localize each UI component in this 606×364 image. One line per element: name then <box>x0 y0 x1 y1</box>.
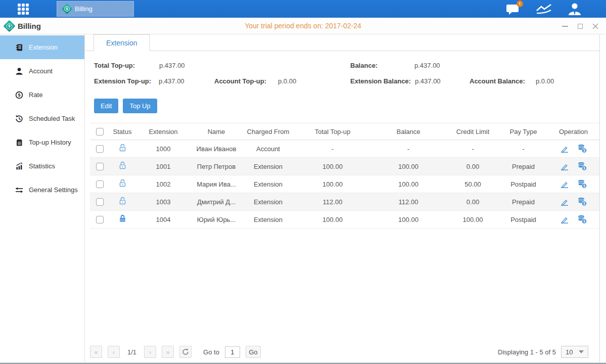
prev-page-button[interactable]: ‹ <box>108 346 120 358</box>
notifications-chat-icon[interactable]: ! <box>506 3 520 15</box>
trial-notice: Your trial period ends on: 2017-02-24 <box>0 22 606 30</box>
select-all-checkbox[interactable] <box>96 128 104 135</box>
top-up-row-icon[interactable]: $ <box>577 197 587 207</box>
bar-chart-icon <box>15 162 23 170</box>
cell-total-topup: 100.00 <box>295 158 370 175</box>
col-pay-type: Pay Type <box>499 123 547 140</box>
maximize-icon[interactable] <box>577 23 584 30</box>
edit-button[interactable]: Edit <box>94 99 118 113</box>
goto-page-input[interactable] <box>225 346 240 358</box>
summary-label: Account Balance: <box>470 77 525 85</box>
col-extension: Extension <box>135 123 191 140</box>
person-icon <box>15 67 23 75</box>
goto-label: Go to <box>203 348 219 356</box>
sidebar-item-general-settings[interactable]: General Settings <box>0 178 84 202</box>
row-checkbox[interactable] <box>96 163 104 170</box>
edit-row-icon[interactable] <box>560 162 569 171</box>
cell-charged-from: Extension <box>242 211 295 229</box>
last-page-button[interactable]: » <box>162 346 174 358</box>
top-up-row-icon[interactable]: $ <box>577 214 587 224</box>
sidebar-item-topup-history[interactable]: Top-up History <box>0 130 84 154</box>
statistics-chart-icon[interactable] <box>535 3 552 15</box>
main-content: Extension Total Top-up: p.437.00 Balance… <box>85 34 600 362</box>
svg-text:$: $ <box>583 166 585 170</box>
unlocked-icon[interactable] <box>118 143 127 153</box>
cell-total-topup: 100.00 <box>295 211 370 229</box>
cell-balance: 100.00 <box>370 211 446 229</box>
cell-charged-from: Extension <box>242 175 295 193</box>
cell-charged-from: Extension <box>242 193 295 211</box>
cell-balance: 112.00 <box>370 193 446 211</box>
summary-value: p.437.00 <box>159 62 185 69</box>
unlocked-icon[interactable] <box>118 161 127 170</box>
unlocked-icon[interactable] <box>118 196 127 206</box>
unlocked-icon[interactable] <box>118 178 127 188</box>
next-page-button[interactable]: › <box>144 346 156 358</box>
summary-value: p.437.00 <box>159 77 184 85</box>
edit-row-icon[interactable] <box>560 179 569 189</box>
cell-pay-type: Postpaid <box>499 211 547 229</box>
col-name: Name <box>191 123 242 140</box>
summary-value: p.437.00 <box>415 77 441 85</box>
edit-row-icon[interactable] <box>560 144 569 153</box>
tab-strip: Extension <box>85 34 599 51</box>
tab-extension[interactable]: Extension <box>94 34 150 51</box>
cell-name: Дмитрий Д... <box>191 193 242 211</box>
sidebar-item-account[interactable]: Account <box>0 59 84 83</box>
cell-credit-limit: 50.00 <box>446 175 499 193</box>
summary-label: Account Top-up: <box>214 77 266 85</box>
col-balance: Balance <box>370 123 446 140</box>
go-button[interactable]: Go <box>246 346 261 358</box>
extension-table: Status Extension Name Charged From Total… <box>90 123 599 229</box>
col-charged-from: Charged From <box>242 123 295 140</box>
sidebar-item-rate[interactable]: $ Rate <box>0 83 84 107</box>
cell-total-topup: 112.00 <box>295 193 370 211</box>
sidebar-item-label: Top-up History <box>29 139 71 146</box>
cell-pay-type: Prepaid <box>499 193 547 211</box>
clock-icon <box>15 115 23 123</box>
pagination-bar: « ‹ 1/1 › » Go to Go Displaying 1 - 5 of… <box>90 346 599 358</box>
top-up-row-icon[interactable]: $ <box>577 179 587 189</box>
cell-balance: - <box>370 140 446 158</box>
cell-extension: 1002 <box>135 175 191 193</box>
table-row: 1004Юрий Юрь...Extension100.00100.00100.… <box>90 211 599 229</box>
cell-total-topup: 100.00 <box>295 175 370 193</box>
table-row: 1001Петр ПетровExtension100.00100.000.00… <box>90 158 599 175</box>
top-up-row-icon[interactable]: $ <box>577 161 587 171</box>
svg-text:$: $ <box>583 184 585 188</box>
cell-balance: 100.00 <box>370 175 446 193</box>
cell-pay-type: Prepaid <box>499 158 547 175</box>
top-up-row-icon[interactable]: $ <box>577 144 587 154</box>
cell-extension: 1004 <box>135 211 191 229</box>
edit-row-icon[interactable] <box>560 197 569 206</box>
table-header-row: Status Extension Name Charged From Total… <box>90 123 599 140</box>
ledger-icon <box>15 43 23 52</box>
chevron-down-icon <box>579 350 584 353</box>
cell-name: Петр Петров <box>191 158 242 175</box>
row-checkbox[interactable] <box>96 145 104 153</box>
refresh-button[interactable] <box>179 346 192 358</box>
locked-icon[interactable] <box>118 214 127 223</box>
edit-row-icon[interactable] <box>560 215 569 224</box>
cell-balance: 100.00 <box>370 158 446 175</box>
sidebar-item-extension[interactable]: Extension <box>0 35 84 59</box>
minimize-icon[interactable] <box>562 23 569 30</box>
row-checkbox[interactable] <box>96 216 104 223</box>
table-row: 1003Дмитрий Д...Extension112.00112.000.0… <box>90 193 599 211</box>
cell-name: Юрий Юрь... <box>191 211 242 229</box>
sidebar-item-label: Rate <box>29 91 42 99</box>
notebook-icon <box>15 139 23 147</box>
summary-label: Total Top-up: <box>94 62 135 69</box>
close-icon[interactable] <box>592 23 599 30</box>
col-status: Status <box>109 123 135 140</box>
first-page-button[interactable]: « <box>90 346 102 358</box>
user-account-icon[interactable] <box>568 3 582 16</box>
sidebar-item-scheduled-task[interactable]: Scheduled Task <box>0 107 84 130</box>
page-size-select[interactable]: 10 <box>561 346 588 358</box>
sidebar-item-statistics[interactable]: Statistics <box>0 154 84 178</box>
taskbar-item-billing[interactable]: $ Billing <box>57 1 134 17</box>
row-checkbox[interactable] <box>96 180 104 188</box>
row-checkbox[interactable] <box>96 198 104 206</box>
top-up-button[interactable]: Top Up <box>123 99 157 113</box>
app-launcher-grid-icon[interactable] <box>18 4 35 15</box>
